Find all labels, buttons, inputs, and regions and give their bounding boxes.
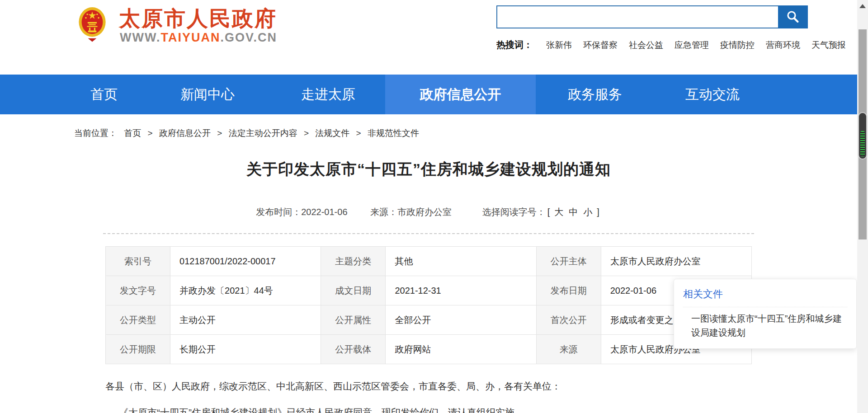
hot-search-label: 热搜词：: [496, 39, 533, 51]
info-value: 政府网站: [386, 335, 536, 364]
publish-date-value: 2022-01-06: [301, 207, 347, 217]
search-bar: [496, 5, 808, 28]
font-size-chooser: 选择阅读字号：[大中小]: [482, 207, 601, 217]
related-file-link[interactable]: 一图读懂太原市“十四五”住房和城乡建设局建设规划: [691, 312, 846, 340]
nav-item-interact[interactable]: 互动交流: [685, 75, 740, 114]
info-value: 全部公开: [386, 305, 536, 335]
search-button[interactable]: [778, 5, 808, 28]
hot-keyword[interactable]: 环保督察: [583, 39, 618, 51]
site-header: 太原市人民政府 WWW.TAIYUAN.GOV.CN 热搜词： 张新伟 环保督察…: [0, 0, 857, 75]
info-label: 公开属性: [321, 305, 386, 335]
page-title: 关于印发太原市“十四五”住房和城乡建设规划的通知: [105, 159, 752, 180]
search-icon: [785, 9, 801, 25]
article-source: 来源：市政府办公室: [370, 207, 452, 217]
font-size-bracket: ]: [597, 207, 599, 217]
info-label: 公开载体: [321, 335, 386, 364]
breadcrumb: 当前位置： 首页 > 政府信息公开 > 法定主动公开内容 > 法规文件 > 非规…: [74, 127, 419, 139]
info-label: 公开主体: [536, 247, 601, 276]
hot-keyword[interactable]: 疫情防控: [720, 39, 755, 51]
site-logo[interactable]: 太原市人民政府 WWW.TAIYUAN.GOV.CN: [75, 3, 328, 48]
hot-search-row: 热搜词： 张新伟 环保督察 社会公益 应急管理 疫情防控 营商环境 天气预报: [496, 39, 858, 51]
scroll-marker[interactable]: [858, 112, 867, 160]
info-label: 发布日期: [536, 276, 601, 305]
breadcrumb-item[interactable]: 政府信息公开: [159, 128, 211, 138]
scroll-marker-stripes: [860, 131, 865, 156]
table-row: 发文字号 并政办发〔2021〕44号 成文日期 2021-12-31 发布日期 …: [106, 276, 752, 305]
info-value: 012187001/2022-00017: [170, 247, 321, 276]
publish-date: 发布时间：2022-01-06: [256, 207, 347, 217]
font-size-label: 选择阅读字号：: [482, 207, 546, 217]
dashed-divider: [103, 233, 754, 234]
site-url-suffix: .GOV.CN: [220, 31, 277, 44]
scroll-up-icon[interactable]: [857, 3, 868, 10]
info-value: 其他: [386, 247, 536, 276]
info-value: 2021-12-31: [386, 276, 536, 305]
breadcrumb-separator: >: [148, 128, 153, 138]
breadcrumb-item[interactable]: 首页: [124, 128, 141, 138]
info-label: 主题分类: [321, 247, 386, 276]
table-row: 公开类型 主动公开 公开属性 全部公开 首次公开 形成或者变更之日: [106, 305, 752, 335]
info-label: 发文字号: [106, 276, 170, 305]
table-row: 索引号 012187001/2022-00017 主题分类 其他 公开主体 太原…: [106, 247, 752, 276]
font-size-bracket: [: [547, 207, 550, 217]
nav-item-about[interactable]: 走进太原: [301, 75, 355, 114]
font-size-small[interactable]: 小: [583, 207, 592, 217]
info-label: 来源: [536, 335, 601, 364]
nav-item-info-disclosure[interactable]: 政府信息公开: [385, 75, 536, 114]
site-url: WWW.TAIYUAN.GOV.CN: [120, 31, 277, 45]
search-input[interactable]: [496, 5, 778, 28]
breadcrumb-label: 当前位置：: [74, 128, 117, 138]
info-label: 公开期限: [106, 335, 170, 364]
site-url-highlight: TAIYUAN: [160, 31, 220, 44]
article-meta: 发布时间：2022-01-06 来源：市政府办公室 选择阅读字号：[大中小]: [105, 206, 752, 218]
info-label: 成文日期: [321, 276, 386, 305]
article-source-value: 市政府办公室: [397, 207, 452, 217]
national-emblem-icon: [75, 4, 110, 48]
hot-keyword[interactable]: 营商环境: [766, 39, 800, 51]
font-size-medium[interactable]: 中: [569, 207, 578, 217]
info-value: 并政办发〔2021〕44号: [170, 276, 321, 305]
article-source-label: 来源：: [370, 207, 397, 217]
document-info-table: 索引号 012187001/2022-00017 主题分类 其他 公开主体 太原…: [105, 246, 752, 364]
page: 太原市人民政府 WWW.TAIYUAN.GOV.CN 热搜词： 张新伟 环保督察…: [0, 0, 868, 413]
breadcrumb-separator: >: [217, 128, 222, 138]
site-url-prefix: WWW.: [120, 31, 160, 44]
info-value: 太原市人民政府办公室: [601, 247, 751, 276]
hot-keyword[interactable]: 应急管理: [675, 39, 709, 51]
hot-keyword[interactable]: 天气预报: [811, 39, 846, 51]
info-label: 索引号: [106, 247, 170, 276]
breadcrumb-separator: >: [356, 128, 361, 138]
hot-keyword[interactable]: 张新伟: [546, 39, 572, 51]
font-size-large[interactable]: 大: [554, 207, 563, 217]
main-nav: 首页 新闻中心 走进太原 政府信息公开 政务服务 互动交流: [0, 75, 857, 114]
breadcrumb-separator: >: [304, 128, 309, 138]
body-paragraph: 《太原市“十四五”住房和城乡建设规划》已经市人民政府同意，现印发给你们，请认真组…: [105, 406, 752, 413]
related-files-title: 相关文件: [683, 287, 847, 307]
info-value: 长期公开: [170, 335, 321, 364]
breadcrumb-item[interactable]: 法规文件: [315, 128, 349, 138]
related-files-popup: 相关文件 一图读懂太原市“十四五”住房和城乡建设局建设规划: [674, 279, 857, 349]
page-scrollbar[interactable]: [857, 0, 868, 413]
info-label: 首次公开: [536, 305, 601, 335]
breadcrumb-item[interactable]: 非规范性文件: [368, 128, 419, 138]
site-title: 太原市人民政府: [119, 5, 277, 33]
info-value: 主动公开: [170, 305, 321, 335]
publish-date-label: 发布时间：: [256, 207, 301, 217]
breadcrumb-item[interactable]: 法定主动公开内容: [229, 128, 297, 138]
nav-item-news[interactable]: 新闻中心: [180, 75, 235, 114]
table-row: 公开期限 长期公开 公开载体 政府网站 来源 太原市人民政府办公室: [106, 335, 752, 364]
info-label: 公开类型: [106, 305, 170, 335]
nav-item-home[interactable]: 首页: [90, 75, 118, 114]
hot-keyword[interactable]: 社会公益: [629, 39, 663, 51]
nav-item-services[interactable]: 政务服务: [568, 75, 622, 114]
body-paragraph: 各县（市、区）人民政府，综改示范区、中北高新区、西山示范区管委会，市直各委、局、…: [105, 380, 752, 393]
